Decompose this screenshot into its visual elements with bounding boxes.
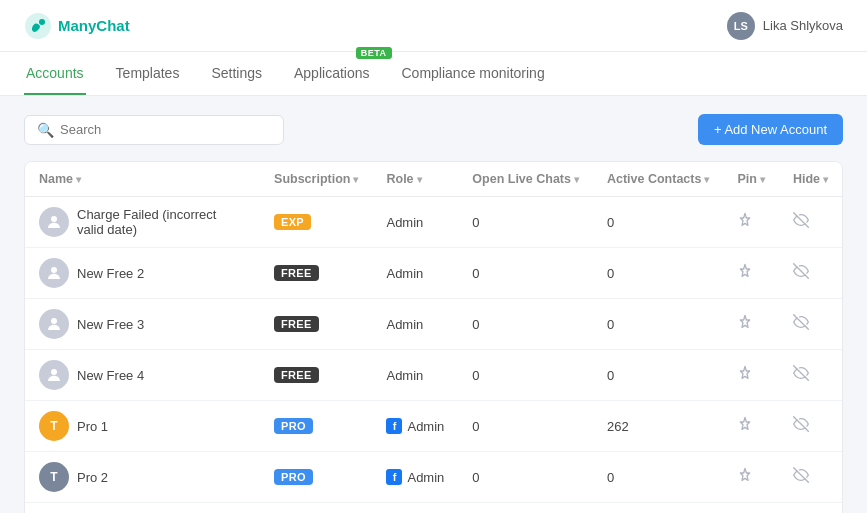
pin-cell[interactable] bbox=[723, 503, 778, 514]
subscription-badge: FREE bbox=[274, 367, 319, 383]
hide-icon[interactable] bbox=[793, 418, 809, 435]
search-input[interactable] bbox=[60, 122, 271, 137]
table-row: Pro 3 PRO Admin 0 0 bbox=[25, 503, 842, 514]
hide-icon[interactable] bbox=[793, 265, 809, 282]
nav-compliance[interactable]: Compliance monitoring bbox=[400, 65, 547, 95]
pin-cell[interactable] bbox=[723, 350, 778, 401]
active-contacts-cell: 0 bbox=[593, 350, 723, 401]
role-cell: f Admin bbox=[386, 469, 444, 485]
table-row: New Free 2 FREE Admin 0 0 bbox=[25, 248, 842, 299]
col-open-live-chats[interactable]: Open Live Chats ▾ bbox=[458, 162, 593, 197]
pin-cell[interactable] bbox=[723, 248, 778, 299]
content: 🔍 + Add New Account Name ▾ Subscriptio bbox=[0, 96, 867, 513]
open-live-chats-cell: 0 bbox=[458, 197, 593, 248]
name-cell: New Free 3 bbox=[25, 299, 260, 350]
role-label: Admin bbox=[386, 215, 423, 230]
role-td: f Admin bbox=[372, 401, 458, 452]
name-cell: New Free 2 bbox=[25, 248, 260, 299]
name-cell: T Pro 2 bbox=[25, 452, 260, 503]
hide-icon[interactable] bbox=[793, 469, 809, 486]
search-icon: 🔍 bbox=[37, 122, 54, 138]
hide-cell[interactable] bbox=[779, 503, 842, 514]
active-contacts-cell: 262 bbox=[593, 401, 723, 452]
col-role[interactable]: Role ▾ bbox=[372, 162, 458, 197]
table-row: T Pro 2 PRO f Admin 0 0 bbox=[25, 452, 842, 503]
svg-point-1 bbox=[39, 19, 45, 25]
avatar: LS bbox=[727, 12, 755, 40]
avatar bbox=[39, 309, 69, 339]
role-td: Admin bbox=[372, 197, 458, 248]
hide-cell[interactable] bbox=[779, 401, 842, 452]
open-live-chats-cell: 0 bbox=[458, 248, 593, 299]
name-cell: Charge Failed (incorrect valid date) bbox=[25, 197, 260, 248]
subscription-badge: FREE bbox=[274, 316, 319, 332]
pin-icon[interactable] bbox=[737, 418, 753, 435]
hide-cell[interactable] bbox=[779, 452, 842, 503]
account-name: Pro 1 bbox=[77, 419, 108, 434]
pin-cell[interactable] bbox=[723, 197, 778, 248]
col-subscription[interactable]: Subscription ▾ bbox=[260, 162, 372, 197]
pin-cell[interactable] bbox=[723, 299, 778, 350]
open-live-chats-cell: 0 bbox=[458, 452, 593, 503]
active-contacts-cell: 0 bbox=[593, 299, 723, 350]
add-account-button[interactable]: + Add New Account bbox=[698, 114, 843, 145]
hide-icon[interactable] bbox=[793, 214, 809, 231]
hide-cell[interactable] bbox=[779, 197, 842, 248]
pin-cell[interactable] bbox=[723, 401, 778, 452]
role-td: Admin bbox=[372, 503, 458, 514]
subscription-cell: FREE bbox=[260, 248, 372, 299]
account-name: Pro 2 bbox=[77, 470, 108, 485]
col-name[interactable]: Name ▾ bbox=[25, 162, 260, 197]
role-td: Admin bbox=[372, 350, 458, 401]
subscription-cell: EXP bbox=[260, 197, 372, 248]
col-active-contacts[interactable]: Active Contacts ▾ bbox=[593, 162, 723, 197]
nav-bar: Accounts Templates Settings Applications… bbox=[0, 52, 867, 96]
name-cell: New Free 4 bbox=[25, 350, 260, 401]
role-td: f Admin bbox=[372, 452, 458, 503]
user-name: Lika Shlykova bbox=[763, 18, 843, 33]
logo: ManyChat bbox=[24, 12, 130, 40]
pin-icon[interactable] bbox=[737, 265, 753, 282]
pin-cell[interactable] bbox=[723, 452, 778, 503]
hide-cell[interactable] bbox=[779, 248, 842, 299]
subscription-cell: FREE bbox=[260, 350, 372, 401]
role-label: Admin bbox=[386, 266, 423, 281]
facebook-icon: f bbox=[386, 418, 402, 434]
subscription-badge: FREE bbox=[274, 265, 319, 281]
hide-icon[interactable] bbox=[793, 316, 809, 333]
active-contacts-cell: 0 bbox=[593, 452, 723, 503]
subscription-badge: PRO bbox=[274, 469, 313, 485]
svg-point-6 bbox=[51, 318, 57, 324]
pin-icon[interactable] bbox=[737, 367, 753, 384]
col-hide[interactable]: Hide ▾ bbox=[779, 162, 842, 197]
subscription-cell: PRO bbox=[260, 503, 372, 514]
table-row: Charge Failed (incorrect valid date) EXP… bbox=[25, 197, 842, 248]
col-pin[interactable]: Pin ▾ bbox=[723, 162, 778, 197]
hide-cell[interactable] bbox=[779, 299, 842, 350]
hide-cell[interactable] bbox=[779, 350, 842, 401]
avatar: T bbox=[39, 411, 69, 441]
nav-accounts[interactable]: Accounts bbox=[24, 65, 86, 95]
active-contacts-cell: 0 bbox=[593, 503, 723, 514]
role-td: Admin bbox=[372, 299, 458, 350]
logo-icon bbox=[24, 12, 52, 40]
active-contacts-cell: 0 bbox=[593, 248, 723, 299]
hide-icon[interactable] bbox=[793, 367, 809, 384]
svg-point-8 bbox=[51, 369, 57, 375]
nav-applications[interactable]: Applications BETA bbox=[292, 55, 372, 95]
name-cell: T Pro 1 bbox=[25, 401, 260, 452]
pin-icon[interactable] bbox=[737, 469, 753, 486]
avatar bbox=[39, 360, 69, 390]
nav-settings[interactable]: Settings bbox=[209, 65, 264, 95]
subscription-badge: PRO bbox=[274, 418, 313, 434]
table-row: New Free 3 FREE Admin 0 0 bbox=[25, 299, 842, 350]
role-label: Admin bbox=[386, 317, 423, 332]
user-info: LS Lika Shlykova bbox=[727, 12, 843, 40]
pin-icon[interactable] bbox=[737, 214, 753, 231]
search-box[interactable]: 🔍 bbox=[24, 115, 284, 145]
table-row: T Pro 1 PRO f Admin 0 262 bbox=[25, 401, 842, 452]
pin-icon[interactable] bbox=[737, 316, 753, 333]
nav-templates[interactable]: Templates bbox=[114, 65, 182, 95]
avatar bbox=[39, 258, 69, 288]
facebook-icon: f bbox=[386, 469, 402, 485]
